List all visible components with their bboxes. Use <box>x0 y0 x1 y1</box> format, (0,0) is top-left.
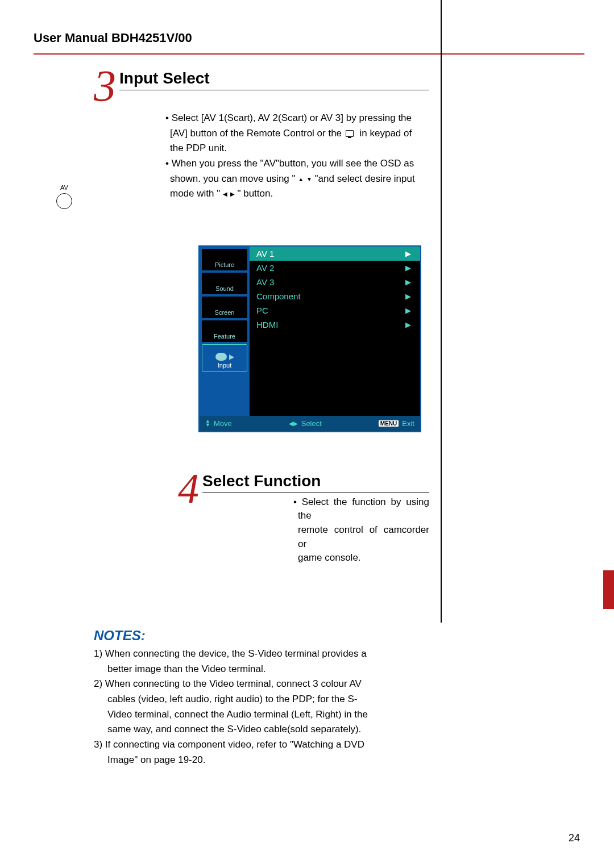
page-number: 24 <box>569 832 580 844</box>
osd-select-hint: ◀▶ Select <box>289 419 322 428</box>
keypad-icon <box>346 130 354 137</box>
note-line: cables (video, left audio, right audio) … <box>94 692 429 707</box>
manual-page: User Manual BDH4251V/00 AV 3 Input Selec… <box>0 0 614 868</box>
updown-icon: ▲▼ <box>205 419 210 427</box>
note-line: 3) If connecting via component video, re… <box>94 738 429 752</box>
title-rule <box>202 493 429 493</box>
chevron-right-icon: ▶ <box>405 320 411 329</box>
input-tab-art: ▶ <box>204 353 246 361</box>
osd-item-pc[interactable]: PC▶ <box>250 303 420 318</box>
note-line: Video terminal, connect the Audio termin… <box>94 708 429 722</box>
note-line: better image than the Video terminal. <box>94 662 429 677</box>
down-triangle-icon: ▼ <box>306 176 312 184</box>
osd-footer-bar: ▲▼ Move ◀▶ Select MENU Exit <box>200 416 420 431</box>
section-index-tab <box>603 570 614 609</box>
s3-line: [AV] button of the Remote Control or the… <box>94 127 429 141</box>
chevron-right-icon: ▶ <box>405 292 411 301</box>
note-line: 2) When connecting to the Video terminal… <box>94 677 429 691</box>
osd-input-list: AV 1▶ AV 2▶ AV 3▶ Component▶ PC▶ HDMI▶ <box>250 247 420 416</box>
chevron-right-icon: ▶ <box>405 278 411 286</box>
note-line: 1) When connecting the device, the S-Vid… <box>94 647 429 661</box>
header-rule <box>34 53 584 55</box>
up-triangle-icon: ▲ <box>298 176 304 184</box>
osd-tab-strip: Picture Sound Screen Feature ▶ Input <box>200 247 250 416</box>
s3-line: shown. you can move using " ▲ ▼ "and sel… <box>94 172 429 186</box>
notes-heading: NOTES: <box>94 628 429 644</box>
manual-model-title: User Manual BDH4251V/00 <box>34 31 192 45</box>
section-4-title: Select Function <box>202 472 429 490</box>
osd-tab-feature[interactable]: Feature <box>202 320 247 342</box>
section-3: 3 Input Select <box>94 69 429 108</box>
osd-item-component[interactable]: Component▶ <box>250 289 420 303</box>
av-icon-label: AV <box>60 184 68 191</box>
section-3-title: Input Select <box>119 69 429 87</box>
s3-line: the PDP unit. <box>94 141 429 156</box>
vertical-divider <box>441 0 442 623</box>
osd-item-av2[interactable]: AV 2▶ <box>250 261 420 275</box>
osd-tab-input[interactable]: ▶ Input <box>202 344 247 372</box>
osd-tab-input-label: Input <box>218 362 231 369</box>
osd-menu: Picture Sound Screen Feature ▶ Input AV … <box>198 245 421 432</box>
content-columns: AV 3 Input Select • Select [AV 1(Scart),… <box>34 69 584 813</box>
main-column: 3 Input Select • Select [AV 1(Scart), AV… <box>94 69 441 813</box>
notes-body: 1) When connecting the device, the S-Vid… <box>94 647 429 767</box>
note-line: same way, and connect the S-Video cable(… <box>94 723 429 737</box>
section-4-text: • Select the function by using the remot… <box>202 495 429 565</box>
av-button-icon: AV <box>56 184 72 209</box>
s3-line: • Select [AV 1(Scart), AV 2(Scart) or AV… <box>94 111 429 126</box>
section-3-text: • Select [AV 1(Scart), AV 2(Scart) or AV… <box>94 111 429 201</box>
osd-item-hdmi[interactable]: HDMI▶ <box>250 318 420 332</box>
chevron-right-icon: ▶ <box>405 264 411 272</box>
right-triangle-icon: ▶ <box>230 190 235 199</box>
step-number-4: 4 <box>178 468 199 510</box>
step-number-3: 3 <box>94 64 116 108</box>
s3-line: • When you press the "AV"button, you wil… <box>94 157 429 171</box>
osd-tab-picture[interactable]: Picture <box>202 249 247 270</box>
osd-exit-hint: MENU Exit <box>379 419 414 428</box>
left-triangle-icon: ◀ <box>223 190 227 199</box>
circle-icon <box>56 193 72 209</box>
osd-move-hint: ▲▼ Move <box>205 419 232 428</box>
left-margin: AV <box>34 69 94 813</box>
title-rule <box>119 90 429 90</box>
osd-tab-screen[interactable]: Screen <box>202 297 247 318</box>
leftright-icon: ◀▶ <box>289 420 298 427</box>
note-line: Image" on page 19-20. <box>94 753 429 767</box>
chevron-right-icon: ▶ <box>405 249 411 258</box>
page-header: User Manual BDH4251V/00 <box>34 31 584 55</box>
menu-badge: MENU <box>379 420 399 427</box>
osd-tab-sound[interactable]: Sound <box>202 273 247 294</box>
osd-body: Picture Sound Screen Feature ▶ Input AV … <box>200 247 420 416</box>
chevron-right-icon: ▶ <box>405 306 411 315</box>
osd-item-av1[interactable]: AV 1▶ <box>250 247 420 261</box>
s3-line: mode with " ◀ ▶ " button. <box>94 187 429 201</box>
osd-item-av3[interactable]: AV 3▶ <box>250 275 420 289</box>
section-4: 4 Select Function • Select the function … <box>94 472 429 565</box>
